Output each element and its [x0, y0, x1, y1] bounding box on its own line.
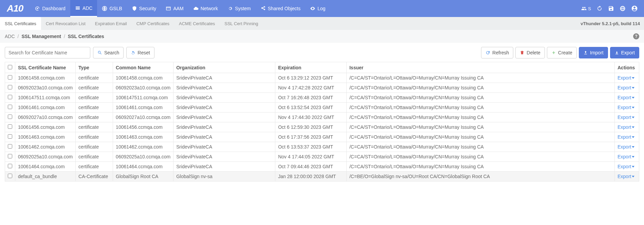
cell-type: certificate — [78, 134, 99, 140]
cell-name[interactable]: 10061461.ccmqa.com — [18, 105, 73, 110]
row-export-link[interactable]: Export — [618, 174, 634, 179]
row-checkbox[interactable] — [8, 85, 12, 89]
row-export-link[interactable]: Export — [618, 124, 634, 130]
th-common-name[interactable]: Common Name — [113, 62, 173, 73]
cell-name[interactable]: 10061462.ccmqa.com — [18, 144, 73, 150]
cell-name[interactable]: 10061456.ccmqa.com — [18, 124, 73, 130]
refresh-nav-icon[interactable] — [594, 5, 605, 12]
cell-common-name: GlobalSign Root CA — [116, 174, 170, 179]
cell-organization: GlobalSign nv-sa — [176, 174, 213, 179]
row-export-link[interactable]: Export — [618, 95, 634, 100]
nav-item-shared-objects[interactable]: Shared Objects — [256, 0, 306, 17]
th-issuer[interactable]: Issuer — [347, 62, 615, 73]
nav-item-system[interactable]: System — [223, 0, 256, 17]
cell-organization: SrideviPrivateCA — [176, 85, 212, 90]
row-export-link[interactable]: Export — [618, 115, 634, 120]
caret-down-icon — [632, 97, 634, 99]
row-checkbox[interactable] — [8, 174, 12, 178]
export-button[interactable]: Export — [610, 47, 639, 58]
version-label: vThunder 5.2.1-p5, build 114 — [581, 17, 644, 30]
cell-type: certificate — [78, 115, 99, 120]
save-nav-icon[interactable] — [605, 5, 617, 12]
nav-item-gslb[interactable]: GSLB — [97, 0, 127, 17]
tab-ssl-certificates[interactable]: SSL Certificates — [0, 17, 41, 30]
row-checkbox[interactable] — [8, 144, 12, 149]
cell-name[interactable]: 06092023a10.ccmqa.com — [18, 85, 73, 90]
row-export-link[interactable]: Export — [618, 75, 634, 81]
row-export-link[interactable]: Export — [618, 85, 634, 90]
nav-item-label: Dashboard — [42, 6, 66, 11]
row-export-link[interactable]: Export — [618, 134, 634, 140]
breadcrumb-item-1[interactable]: SSL Management — [21, 34, 61, 39]
cell-name[interactable]: default_ca_bundle — [18, 174, 73, 179]
row-checkbox[interactable] — [8, 164, 12, 168]
row-checkbox[interactable] — [8, 124, 12, 129]
cell-type: certificate — [78, 75, 99, 81]
cell-common-name: 06092023a10.ccmqa.com — [116, 85, 170, 90]
tab-cert-revocation-list[interactable]: Cert Revocation List — [41, 17, 90, 30]
delete-button[interactable]: Delete — [515, 47, 545, 58]
cell-name[interactable]: 06092025a10.ccmqa.com — [18, 154, 73, 159]
row-checkbox[interactable] — [8, 115, 12, 119]
search-button[interactable]: Search — [93, 47, 124, 58]
import-button[interactable]: Import — [579, 47, 608, 58]
cell-issuer: /C=CA/ST=Ontario/L=Ottawa/O=Murray/CN=Mu… — [349, 95, 484, 100]
cell-issuer: /C=CA/ST=Ontario/L=Ottawa/O=Murray/CN=Mu… — [349, 105, 484, 110]
nav-item-network[interactable]: Network — [188, 0, 223, 17]
refresh-button[interactable]: Refresh — [481, 47, 513, 58]
th-name[interactable]: SSL Certificate Name — [15, 62, 76, 73]
table-row: 10061456.ccmqa.comcertificate10061456.cc… — [5, 122, 639, 132]
cell-organization: SrideviPrivateCA — [176, 115, 212, 120]
content: Search Reset Refresh Delete Create — [0, 43, 644, 186]
row-export-link[interactable]: Export — [618, 105, 634, 110]
row-checkbox[interactable] — [8, 75, 12, 80]
globe-nav-icon[interactable] — [617, 5, 628, 12]
breadcrumb: ADC / SSL Management / SSL Certificates … — [0, 30, 644, 43]
cell-name[interactable]: 1006147511.ccmqa.com — [18, 95, 73, 100]
caret-down-icon — [632, 117, 634, 118]
gear-icon — [227, 6, 233, 11]
nav-item-aam[interactable]: AAM — [161, 0, 188, 17]
cell-name[interactable]: 10061458.ccmqa.com — [18, 75, 73, 81]
cell-name[interactable]: 06092027a10.ccmqa.com — [18, 115, 73, 120]
tab-ssl-cert-pinning[interactable]: SSL Cert Pinning — [220, 17, 263, 30]
select-all-checkbox[interactable] — [8, 65, 12, 69]
row-export-link[interactable]: Export — [618, 154, 634, 159]
cell-organization: SrideviPrivateCA — [176, 164, 212, 169]
nav-item-label: ADC — [82, 5, 93, 11]
cell-name[interactable]: 10061463.ccmqa.com — [18, 134, 73, 140]
tab-acme-certificates[interactable]: ACME Certificates — [174, 17, 220, 30]
cell-name[interactable]: 10061464.ccmqa.com — [18, 164, 73, 169]
breadcrumb-item-2[interactable]: SSL Certificates — [68, 34, 104, 39]
create-button[interactable]: Create — [547, 47, 577, 58]
nav-item-dashboard[interactable]: Dashboard — [30, 0, 70, 17]
table-row: 06092027a10.ccmqa.comcertificate06092027… — [5, 112, 639, 122]
user-nav-icon[interactable] — [628, 5, 641, 12]
th-type[interactable]: Type — [76, 62, 113, 73]
cell-organization: SrideviPrivateCA — [176, 124, 212, 130]
row-checkbox[interactable] — [8, 134, 12, 139]
tab-cmp-certificates[interactable]: CMP Certificates — [132, 17, 174, 30]
import-button-label: Import — [590, 50, 604, 55]
cell-type: certificate — [78, 164, 99, 169]
tab-expiration-email[interactable]: Expiration Email — [90, 17, 132, 30]
create-button-label: Create — [558, 50, 572, 55]
cell-expiration: Oct 6 17:37:56 2023 GMT — [278, 134, 333, 140]
row-export-link[interactable]: Export — [618, 164, 634, 169]
reset-button[interactable]: Reset — [126, 47, 154, 58]
cell-common-name: 06092027a10.ccmqa.com — [116, 115, 170, 120]
row-checkbox[interactable] — [8, 154, 12, 158]
row-checkbox[interactable] — [8, 105, 12, 109]
user-badge[interactable]: S — [578, 6, 594, 11]
row-export-link[interactable]: Export — [618, 144, 634, 150]
nav-item-security[interactable]: Security — [127, 0, 161, 17]
row-checkbox[interactable] — [8, 95, 12, 99]
th-organization[interactable]: Organization — [173, 62, 275, 73]
nav-item-adc[interactable]: ADC — [70, 0, 97, 17]
cell-issuer: /C=CA/ST=Ontario/L=Ottawa/O=Murray/CN=Mu… — [349, 115, 484, 120]
breadcrumb-item-0[interactable]: ADC — [5, 34, 15, 39]
search-input[interactable] — [5, 47, 90, 58]
nav-item-log[interactable]: Log — [305, 0, 330, 17]
help-icon[interactable]: ? — [633, 33, 639, 39]
th-expiration[interactable]: Expiration — [275, 62, 347, 73]
